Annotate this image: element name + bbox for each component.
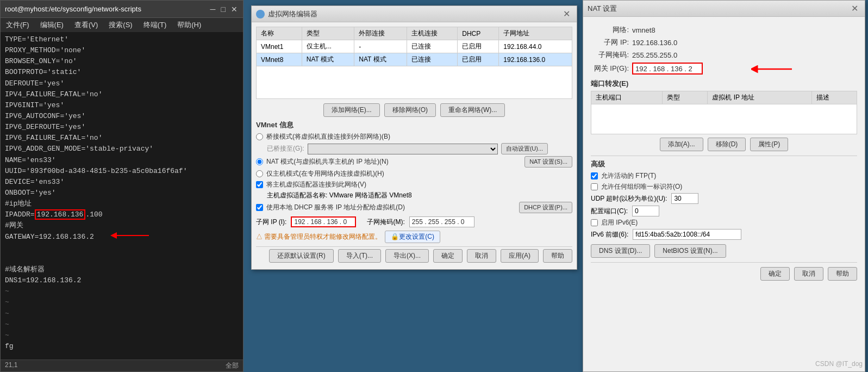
menu-search[interactable]: 搜索(S) xyxy=(107,19,134,31)
subnet-ip-row: 子网 IP (I): 子网掩码(M): xyxy=(256,216,572,227)
vmware-close-button[interactable]: ✕ xyxy=(561,9,572,19)
subnet-ip-input[interactable] xyxy=(291,216,356,227)
maximize-button[interactable]: □ xyxy=(220,5,227,14)
minimize-button[interactable]: ─ xyxy=(209,5,217,14)
ipv6-checkbox[interactable] xyxy=(591,219,598,226)
line-4: DEFROUTE='yes' xyxy=(5,78,239,89)
add-network-button[interactable]: 添加网络(E)... xyxy=(323,103,380,117)
col-type: 类型 xyxy=(302,27,354,40)
dns-button[interactable]: DNS 设置(D)... xyxy=(591,244,650,258)
ipv6-prefix-input[interactable] xyxy=(633,229,741,240)
port-properties-button[interactable]: 属性(P) xyxy=(750,138,788,151)
nat-help-button[interactable]: 帮助 xyxy=(828,267,857,281)
port-forward-label: 端口转发(E) xyxy=(591,79,857,89)
line-7: IPV6_AUTOCONF='yes' xyxy=(5,111,239,122)
menu-view[interactable]: 查看(V) xyxy=(72,19,100,31)
netbios-button[interactable]: NetBIOS 设置(N)... xyxy=(654,244,726,258)
remove-network-button[interactable]: 移除网络(O) xyxy=(384,103,436,117)
col-subnet: 子网地址 xyxy=(499,27,572,40)
vmware-window: 虚拟网络编辑器 ✕ 名称 类型 外部连接 主机连接 DHCP 子网地址 VMne… xyxy=(251,5,577,270)
udp-timeout-input[interactable] xyxy=(671,193,698,204)
subnet-mask-input[interactable] xyxy=(409,216,474,227)
nat-radio-row: NAT 模式(与虚拟机共享主机的 IP 地址)(N) NAT 设置(S)... xyxy=(256,156,572,168)
row0-name: VMnet1 xyxy=(257,40,302,53)
menu-terminal[interactable]: 终端(T) xyxy=(141,19,169,31)
menu-edit[interactable]: 编辑(E) xyxy=(38,19,66,31)
hostonly-radio[interactable] xyxy=(256,170,263,177)
col-dhcp: DHCP xyxy=(458,27,499,40)
network-table: 名称 类型 外部连接 主机连接 DHCP 子网地址 VMnet1 仅主机... … xyxy=(256,27,572,99)
ok-button[interactable]: 确定 xyxy=(433,249,463,263)
menu-file[interactable]: 文件(F) xyxy=(4,19,32,31)
status-position: 21,1 xyxy=(5,361,17,370)
warning-text: △ 需要具备管理员特权才能修改网络配置。 xyxy=(256,232,382,241)
line-tilde3: ~ xyxy=(5,308,239,319)
config-port-row: 配置端口(C): xyxy=(591,206,857,216)
import-button[interactable]: 导入(T)... xyxy=(338,249,381,263)
nat-cancel-button[interactable]: 取消 xyxy=(794,267,823,281)
line-11: NAME='ens33' xyxy=(5,155,239,166)
change-settings-button[interactable]: 🔒更改设置(C) xyxy=(385,231,440,243)
uid-checkbox[interactable] xyxy=(591,183,598,190)
row1-dhcp: 已启用 xyxy=(458,53,499,66)
dhcp-checkbox-row: 使用本地 DHCP 服务将 IP 地址分配给虚拟机(D) DHCP 设置(P).… xyxy=(256,202,572,213)
help-button[interactable]: 帮助 xyxy=(543,249,572,263)
menu-help[interactable]: 帮助(H) xyxy=(175,19,203,31)
vmnet-info-title: VMnet 信息 xyxy=(256,120,572,130)
nat-subnet-mask-value: 255.255.255.0 xyxy=(632,51,677,59)
port-remove-button[interactable]: 移除(D) xyxy=(708,138,746,151)
restore-button[interactable]: 还原默认设置(R) xyxy=(269,249,334,263)
bridge-label: 桥接模式(将虚拟机直接连接到外部网络)(B) xyxy=(266,132,390,141)
line-20: DNS1=192.168.136.2 xyxy=(5,275,239,286)
terminal-content: TYPE='Ethernet' PROXY_METHOD='none' BROW… xyxy=(1,32,243,359)
nat-subnet-ip-value: 192.168.136.0 xyxy=(632,39,677,47)
table-row[interactable]: VMnet8 NAT 模式 NAT 模式 已连接 已启用 192.168.136… xyxy=(257,53,572,66)
table-row[interactable]: VMnet1 仅主机... - 已连接 已启用 192.168.44.0 xyxy=(257,40,572,53)
vmware-bottom-buttons: 还原默认设置(R) 导入(T)... 导出(X)... 确定 取消 应用(A) … xyxy=(256,246,572,265)
row1-external: NAT 模式 xyxy=(354,53,407,66)
nat-gateway-input[interactable] xyxy=(632,63,703,75)
subnet-ip-label: 子网 IP (I): xyxy=(256,218,286,227)
nat-network-label: 网络: xyxy=(591,25,629,35)
dns-netbios-row: DNS 设置(D)... NetBIOS 设置(N)... xyxy=(591,244,857,258)
bridge-radio[interactable] xyxy=(256,133,263,140)
ipv6-checkbox-row: 启用 IPv6(E) xyxy=(591,218,857,227)
connect-checkbox[interactable] xyxy=(256,181,263,188)
port-col-vm-ip: 虚拟机 IP 地址 xyxy=(708,91,812,104)
terminal-statusbar: 21,1 全部 xyxy=(1,359,243,371)
line-tilde2: ~ xyxy=(5,297,239,308)
port-col-desc: 描述 xyxy=(812,91,857,104)
col-name: 名称 xyxy=(257,27,302,40)
nat-subnet-ip-row: 子网 IP: 192.168.136.0 xyxy=(591,38,857,47)
port-empty-row xyxy=(591,104,857,134)
nat-title: NAT 设置 xyxy=(588,4,849,14)
rename-network-button[interactable]: 重命名网络(W)... xyxy=(440,103,505,117)
warning-row: △ 需要具备管理员特权才能修改网络配置。 🔒更改设置(C) xyxy=(256,231,572,243)
auto-button[interactable]: 自动设置(U)... xyxy=(501,143,548,154)
bridge-to-row: 已桥接至(G): 自动设置(U)... xyxy=(267,143,572,154)
ftp-checkbox[interactable] xyxy=(591,172,598,179)
nat-close-button[interactable]: ✕ xyxy=(849,3,860,14)
cancel-button[interactable]: 取消 xyxy=(467,249,496,263)
line-19: #域名解析器 xyxy=(5,264,239,275)
port-add-button[interactable]: 添加(A)... xyxy=(660,138,703,151)
nat-ok-button[interactable]: 确定 xyxy=(760,267,790,281)
uid-checkbox-row: 允许任何组织唯一标识符(O) xyxy=(591,182,857,191)
ipv6-prefix-label: IPv6 前缀(6): xyxy=(591,230,628,239)
dhcp-checkbox[interactable] xyxy=(256,204,263,211)
status-scope: 全部 xyxy=(226,361,239,370)
nat-subnet-ip-label: 子网 IP: xyxy=(591,38,629,47)
dhcp-settings-button[interactable]: DHCP 设置(P)... xyxy=(519,202,572,213)
apply-button[interactable]: 应用(A) xyxy=(501,249,539,263)
export-button[interactable]: 导出(X)... xyxy=(385,249,429,263)
config-port-label: 配置端口(C): xyxy=(591,207,628,216)
line-18: GATEWAY=192.168.136.2 xyxy=(5,232,239,264)
config-port-input[interactable] xyxy=(632,206,659,216)
close-button[interactable]: ✕ xyxy=(230,5,239,14)
nat-radio[interactable] xyxy=(256,158,263,165)
nat-settings-button[interactable]: NAT 设置(S)... xyxy=(524,156,572,168)
vmware-titlebar: 虚拟网络编辑器 ✕ xyxy=(252,6,577,22)
row1-subnet: 192.168.136.0 xyxy=(499,53,572,66)
vmware-title: 虚拟网络编辑器 xyxy=(268,9,561,19)
bridge-select[interactable] xyxy=(308,144,498,154)
